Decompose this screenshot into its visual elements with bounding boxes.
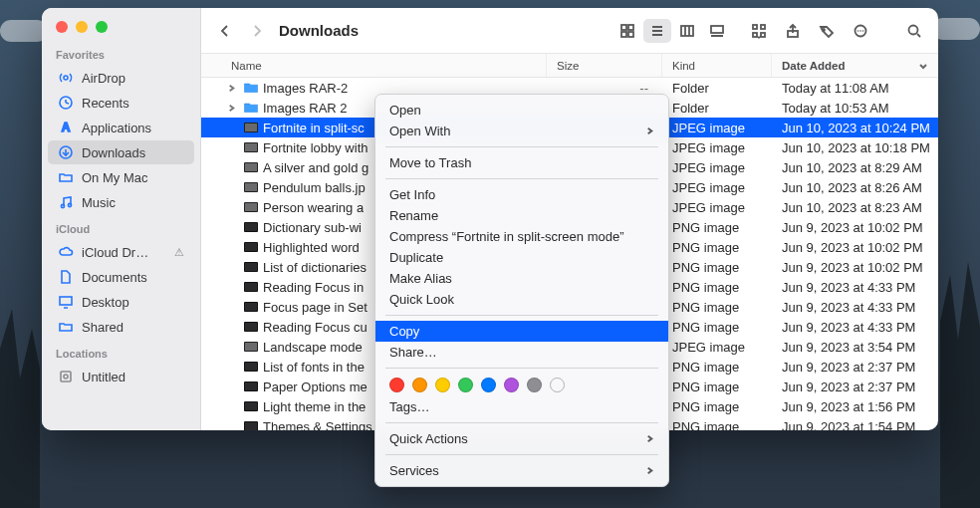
column-header-size[interactable]: Size xyxy=(547,54,662,77)
file-kind: PNG image xyxy=(662,300,772,315)
file-icon xyxy=(243,80,259,96)
column-header-kind[interactable]: Kind xyxy=(662,54,772,77)
svg-rect-41 xyxy=(245,143,257,151)
file-date: Jun 10, 2023 at 10:18 PM xyxy=(772,140,938,155)
search-button[interactable] xyxy=(900,19,928,43)
context-item-rename[interactable]: Rename xyxy=(375,205,668,226)
svg-rect-30 xyxy=(788,31,798,37)
close-window-button[interactable] xyxy=(56,21,68,33)
music-icon xyxy=(58,194,74,210)
tag-color-dot[interactable] xyxy=(458,378,473,392)
view-icons-button[interactable] xyxy=(613,19,641,43)
file-icon xyxy=(243,379,259,394)
column-header-date[interactable]: Date Added xyxy=(772,54,938,77)
nav-forward-button[interactable] xyxy=(243,19,271,43)
svg-rect-51 xyxy=(245,243,257,251)
tag-color-dot[interactable] xyxy=(481,378,496,392)
sidebar-item-label: Applications xyxy=(82,121,151,135)
tag-color-dot[interactable] xyxy=(527,378,542,392)
sidebar-item-documents[interactable]: Documents xyxy=(48,265,194,289)
svg-rect-15 xyxy=(621,32,626,37)
file-kind: JPEG image xyxy=(662,140,772,155)
file-name: Images RAR 2 xyxy=(263,101,348,116)
file-date: Jun 9, 2023 at 1:56 PM xyxy=(772,399,938,414)
context-item-tags[interactable]: Tags… xyxy=(375,396,668,417)
file-icon xyxy=(243,279,259,295)
context-item-quick-actions[interactable]: Quick Actions xyxy=(375,428,668,449)
window-title: Downloads xyxy=(279,22,359,39)
context-item-move-to-trash[interactable]: Move to Trash xyxy=(375,152,668,173)
chevron-right-icon xyxy=(645,431,654,446)
svg-rect-63 xyxy=(245,363,257,371)
context-item-services[interactable]: Services xyxy=(375,460,668,481)
svg-point-33 xyxy=(858,30,859,32)
context-item-copy[interactable]: Copy xyxy=(375,321,668,342)
context-item-duplicate[interactable]: Duplicate xyxy=(375,247,668,268)
tag-color-dot[interactable] xyxy=(504,378,519,392)
view-list-button[interactable] xyxy=(643,19,671,43)
sidebar-item-shared[interactable]: Shared xyxy=(48,315,194,339)
svg-rect-20 xyxy=(681,26,693,36)
view-gallery-button[interactable] xyxy=(703,19,731,43)
share-button[interactable] xyxy=(779,19,807,43)
svg-rect-16 xyxy=(628,32,633,37)
svg-rect-65 xyxy=(245,382,257,390)
sidebar-item-music[interactable]: Music xyxy=(48,190,194,214)
context-item-label: Get Info xyxy=(389,187,435,202)
group-by-button[interactable] xyxy=(745,19,773,43)
nav-back-button[interactable] xyxy=(211,19,239,43)
chevron-right-icon[interactable] xyxy=(227,102,239,114)
view-mode-group xyxy=(612,17,733,45)
view-columns-button[interactable] xyxy=(673,19,701,43)
svg-point-34 xyxy=(859,30,861,32)
file-kind: JPEG image xyxy=(662,180,772,195)
context-separator xyxy=(385,422,658,423)
clock-icon xyxy=(58,95,74,111)
svg-rect-26 xyxy=(761,25,765,29)
sidebar-item-onmymac[interactable]: On My Mac xyxy=(48,165,194,189)
apps-icon: A xyxy=(58,120,74,135)
sidebar-item-untitled[interactable]: Untitled xyxy=(48,365,194,388)
context-item-open[interactable]: Open xyxy=(375,100,668,121)
file-icon xyxy=(243,159,259,175)
minimize-window-button[interactable] xyxy=(76,21,88,33)
tag-color-dot[interactable] xyxy=(389,378,404,392)
context-item-compress-fortnite-in-split-screen-mode[interactable]: Compress “Fortnite in split-screen mode” xyxy=(375,226,668,247)
svg-rect-25 xyxy=(753,25,757,29)
svg-rect-53 xyxy=(245,263,257,271)
context-separator xyxy=(385,146,658,147)
file-kind: PNG image xyxy=(662,360,772,375)
context-item-label: Services xyxy=(389,463,439,478)
file-name: Fortnite lobby with xyxy=(263,140,368,155)
svg-rect-55 xyxy=(245,283,257,291)
context-item-open-with[interactable]: Open With xyxy=(375,121,668,141)
sidebar-item-downloads[interactable]: Downloads xyxy=(48,140,194,164)
file-kind: PNG image xyxy=(662,320,772,335)
svg-rect-49 xyxy=(245,223,257,231)
context-item-get-info[interactable]: Get Info xyxy=(375,184,668,205)
zoom-window-button[interactable] xyxy=(96,21,108,33)
sidebar-item-iclouddrive[interactable]: iCloud Dr…⚠︎ xyxy=(48,240,194,264)
file-icon xyxy=(243,139,259,155)
tags-button[interactable] xyxy=(813,19,841,43)
sidebar-item-label: Documents xyxy=(82,270,147,285)
svg-line-37 xyxy=(917,34,920,37)
shared-icon xyxy=(58,319,74,335)
sidebar-item-desktop[interactable]: Desktop xyxy=(48,290,194,314)
context-item-make-alias[interactable]: Make Alias xyxy=(375,268,668,289)
sidebar-item-applications[interactable]: AApplications xyxy=(48,116,194,139)
svg-rect-61 xyxy=(245,343,257,351)
sidebar-item-recents[interactable]: Recents xyxy=(48,91,194,115)
context-item-share[interactable]: Share… xyxy=(375,342,668,363)
context-item-quick-look[interactable]: Quick Look xyxy=(375,289,668,310)
context-item-label: Tags… xyxy=(389,399,429,414)
context-separator xyxy=(385,315,658,316)
chevron-right-icon[interactable] xyxy=(227,82,239,94)
tag-clear-button[interactable] xyxy=(550,378,565,392)
column-header-name[interactable]: Name xyxy=(201,54,547,77)
svg-rect-43 xyxy=(245,163,257,171)
tag-color-dot[interactable] xyxy=(412,378,427,392)
tag-color-dot[interactable] xyxy=(435,378,450,392)
more-actions-button[interactable] xyxy=(847,19,874,43)
sidebar-item-airdrop[interactable]: AirDrop xyxy=(48,66,194,90)
